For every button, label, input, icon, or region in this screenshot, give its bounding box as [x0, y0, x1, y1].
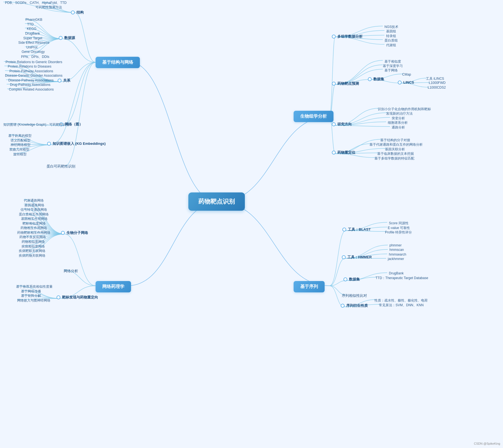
leaf-multiomics-match: 基于多组学数据的特征匹配 [372, 156, 417, 161]
node-research-direction: 研究方向 [332, 122, 352, 127]
node-datasource: 数据源 [59, 35, 75, 40]
node-kg-embeddings: 知识图谱嵌入 (KG Embeddings) [47, 141, 106, 146]
leaf-prtd: Protein Relations to Diseases [6, 64, 53, 69]
watermark: CSDN @SpikeKing [474, 442, 500, 445]
branch-sequence: 基于序列 [294, 281, 325, 292]
leaf-ttd-seq: TTD：Therapeutic Target Database [373, 275, 430, 281]
leaf-disease-drug-net: 疾病药物关联网络 [17, 253, 48, 259]
leaf-cra: Complex Related Associations [7, 87, 56, 92]
leaf-cmap: CMap [400, 72, 413, 77]
node-structure: 结构 [71, 10, 84, 15]
leaf-kegg: KEGG [25, 26, 39, 31]
leaf-network-analysis: 网络分析 [61, 268, 80, 274]
node-drug-reposition: 药物重定位 [332, 150, 355, 155]
leaf-dgda: Disease-Genetic Disorder Associations [3, 73, 65, 78]
center-node: 药物靶点识别 [188, 192, 245, 211]
leaf-metabolome: 代谢组 [384, 42, 398, 48]
leaf-drugbank-left: DrugBank [23, 31, 42, 36]
leaf-rotation-model: 旋转模型 [11, 151, 29, 157]
node-dataset-omics: 数据集 [368, 77, 384, 82]
node-lincs: LINCS [398, 80, 414, 84]
leaf-knowledge-graph: 知识图谱 (Knowledge Graph) - 可药靶性识别 [1, 122, 71, 128]
leaf-pharmgkb: PharmGKB [23, 17, 45, 22]
leaf-l1000fwd: L1000FWD [427, 80, 448, 85]
leaf-profile-score: Profile 特异性评分 [383, 230, 414, 235]
leaf-pdb-etc: PDB、SCOPe、CATH、AlphaFold、TTD [3, 0, 69, 6]
node-blast: 工具：BLAST [342, 227, 371, 232]
node-drug-target-predict: 药物靶点预测 [332, 81, 359, 86]
leaf-network-based: 基于网络 [382, 68, 400, 73]
leaf-protein-druggability: 蛋白可药靶性识别 [44, 163, 78, 169]
leaf-pathway-analysis: 通路分析 [389, 125, 407, 130]
branch-genomics: 生物组学分析 [294, 111, 333, 122]
leaf-drpa: Drug-Pathway Associations [8, 82, 53, 87]
node-relations: 关系 [58, 78, 70, 83]
leaf-gene-oncology: Gene Oncology [19, 49, 47, 54]
node-target-discovery: 靶标发现与药物重定向 [57, 295, 98, 300]
leaf-jackhmmer: jackhmmer [386, 256, 406, 261]
node-multiomics: 多组学数据分析 [332, 34, 363, 39]
leaf-seq-similarity: 序列相似性比对 [340, 293, 369, 299]
node-seq-derived: 序列衍生性质 [341, 303, 368, 308]
branch-network-pharma: 网络药理学 [96, 281, 131, 292]
leaf-hmmscan: hmmscan [387, 247, 406, 252]
leaf-ppis: PPIs、DPIs、DDIs [19, 54, 52, 60]
node-seq-dataset: 数据集 [343, 277, 360, 282]
leaf-l1000cds2: L1000CDS2 [425, 85, 448, 90]
node-hmmer: 工具：HMMER [342, 255, 372, 260]
leaf-gnn: 网络嵌入与图神经网络 [15, 298, 53, 303]
leaf-algorithms: 常见算法：SVM、DNN、KNN [377, 302, 426, 308]
node-bio-mol-network: 生物分子网络 [61, 230, 88, 235]
leaf-side-effect: Side Effect Resource [16, 40, 52, 45]
branch-structure-network: 基于结构与网络 [96, 57, 140, 68]
